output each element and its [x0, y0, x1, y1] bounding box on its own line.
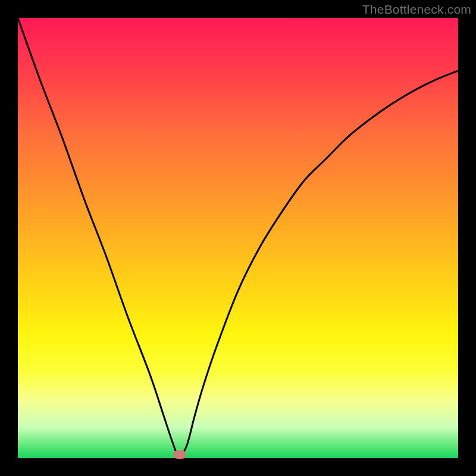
minimum-marker — [173, 450, 186, 459]
plot-area — [18, 18, 458, 458]
chart-frame: TheBottleneck.com — [0, 0, 476, 476]
curve-layer — [18, 18, 458, 458]
watermark-text: TheBottleneck.com — [362, 2, 471, 17]
bottleneck-curve — [18, 18, 458, 456]
